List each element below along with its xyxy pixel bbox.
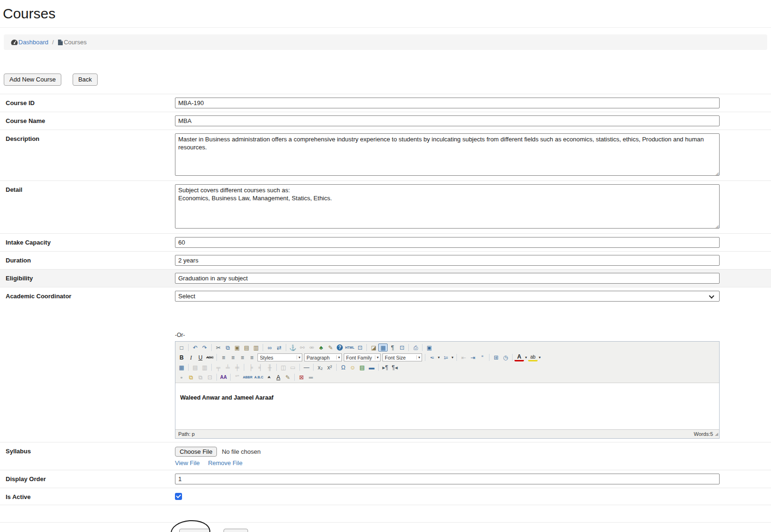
table-row-props-icon[interactable]: ▤ [191, 363, 200, 372]
insert-table-icon[interactable]: ▦ [177, 363, 186, 372]
table-cell-props-icon[interactable]: ▥ [200, 363, 209, 372]
strikethrough-icon[interactable]: ABC [205, 353, 215, 362]
italic-icon[interactable]: I [186, 353, 196, 362]
visual-aid-icon[interactable]: ▦ [378, 344, 388, 352]
abbr-icon[interactable]: ABBR [242, 373, 253, 382]
html-source-icon[interactable]: HTML [344, 344, 355, 352]
code-preview-icon[interactable]: ⊡ [355, 344, 365, 352]
cite-icon[interactable]: “” [232, 373, 242, 382]
find-replace-icon[interactable]: ⇄ [274, 344, 284, 352]
display-order-input[interactable] [175, 474, 720, 484]
absolute-layer-icon[interactable]: ⊡ [205, 373, 215, 382]
merge-cells-icon[interactable]: ▭ [288, 363, 298, 372]
underline-icon[interactable]: U [196, 353, 205, 362]
delete-row-icon[interactable]: ╪ [232, 363, 242, 372]
eligibility-input[interactable] [175, 273, 720, 284]
paste-icon[interactable]: ▣ [232, 344, 242, 352]
bullet-list-icon[interactable]: •≡ [427, 353, 437, 362]
remove-format-icon[interactable]: ◪ [369, 344, 378, 352]
course-id-input[interactable] [175, 98, 720, 108]
editor-content-area[interactable]: Waleed Anwar and Jameel Aaraaf [175, 383, 719, 430]
remove-file-link[interactable]: Remove File [208, 459, 242, 467]
style-props-icon[interactable]: AA [219, 373, 228, 382]
text-color-icon[interactable]: A [514, 354, 524, 361]
text-color-arrow-icon[interactable]: ▾ [524, 353, 528, 362]
insert-layer-icon[interactable]: ▫ [177, 373, 186, 382]
insert-time-icon[interactable]: ◷ [501, 353, 510, 362]
align-right-icon[interactable]: ≡ [238, 353, 247, 362]
link-icon[interactable]: ⚯ [298, 344, 307, 352]
cut-icon[interactable]: ✂ [214, 344, 223, 352]
indent-icon[interactable]: ⇥ [468, 353, 478, 362]
back-button-bottom[interactable]: Back [224, 529, 249, 532]
numbered-list-icon[interactable]: 1≡ [441, 353, 450, 362]
undo-icon[interactable]: ↶ [191, 344, 200, 352]
bold-icon[interactable]: B [177, 353, 186, 362]
paragraph-select[interactable]: Paragraph▾ [304, 353, 342, 361]
is-active-checkbox[interactable] [175, 493, 182, 500]
paste-word-icon[interactable]: ▥ [251, 344, 261, 352]
ltr-icon[interactable]: ▸¶ [381, 363, 390, 372]
help-icon[interactable]: ? [337, 344, 343, 351]
superscript-icon[interactable]: x² [325, 363, 334, 372]
background-color-arrow-icon[interactable]: ▾ [538, 353, 542, 362]
attributes-icon[interactable]: ✎ [283, 373, 292, 382]
bullet-list-arrow-icon[interactable]: ▾ [437, 353, 441, 362]
font-family-select[interactable]: Font Family▾ [344, 353, 381, 361]
font-size-select[interactable]: Font Size▾ [382, 353, 422, 361]
emotions-icon[interactable]: ☺ [348, 363, 357, 372]
cleanup-icon[interactable]: ✎ [326, 344, 335, 352]
insert-col-before-icon[interactable]: ╞ [246, 363, 256, 372]
back-button-top[interactable]: Back [73, 74, 98, 86]
align-center-icon[interactable]: ≡ [228, 353, 238, 362]
insert-row-before-icon[interactable]: ╤ [214, 363, 223, 372]
insert-row-after-icon[interactable]: ╧ [223, 363, 232, 372]
embed-icon[interactable]: ▬ [367, 363, 376, 372]
anchor-icon[interactable]: ⚓ [288, 344, 298, 352]
align-justify-icon[interactable]: ≡ [247, 353, 257, 362]
horizontal-rule-icon[interactable]: — [302, 363, 311, 372]
numbered-list-arrow-icon[interactable]: ▾ [450, 353, 455, 362]
fullscreen-icon[interactable]: ▣ [424, 344, 434, 352]
split-cells-icon[interactable]: ◫ [279, 363, 288, 372]
find-icon[interactable]: ∞ [265, 344, 274, 352]
editor-resize-grip-icon[interactable]: ◢ [715, 432, 718, 436]
background-color-icon[interactable]: ab [528, 354, 538, 361]
special-char-icon[interactable]: Ω [339, 363, 348, 372]
subscript-icon[interactable]: x₂ [315, 363, 325, 372]
view-file-link[interactable]: View File [175, 459, 200, 467]
acronym-icon[interactable]: A.B.C [253, 373, 264, 382]
choose-file-button[interactable]: Choose File [175, 447, 217, 457]
move-forward-icon[interactable]: ⧉ [186, 373, 196, 382]
paste-text-icon[interactable]: ▤ [242, 344, 251, 352]
update-button[interactable]: Update [179, 529, 210, 532]
delete-col-icon[interactable]: ╫ [265, 363, 274, 372]
breadcrumb-dashboard-link[interactable]: Dashboard [11, 39, 49, 46]
academic-coordinator-select[interactable]: Select [175, 291, 720, 302]
blockquote-icon[interactable]: “ [478, 353, 487, 362]
page-break-icon[interactable]: ═ [306, 373, 315, 382]
show-blocks-icon[interactable]: ¶ [388, 344, 397, 352]
duration-input[interactable] [175, 255, 720, 266]
image-icon[interactable]: ♣ [316, 344, 326, 352]
new-document-icon[interactable]: □ [177, 344, 186, 352]
outdent-icon[interactable]: ⇤ [459, 353, 468, 362]
description-textarea[interactable]: Master in Business administration offers… [175, 133, 720, 176]
intake-capacity-input[interactable] [175, 237, 720, 248]
preview-icon[interactable]: ⊡ [397, 344, 406, 352]
detail-textarea[interactable]: Subject covers different courses such as… [175, 184, 720, 229]
move-backward-icon[interactable]: ⧉ [196, 373, 205, 382]
add-new-course-button[interactable]: Add New Course [4, 74, 61, 86]
rtl-icon[interactable]: ¶◂ [390, 363, 399, 372]
print-icon[interactable]: ⎙ [411, 344, 420, 352]
course-name-input[interactable] [175, 115, 720, 126]
media-icon[interactable]: ▤ [357, 363, 367, 372]
ins-icon[interactable]: A [274, 373, 283, 382]
del-icon[interactable]: A [264, 373, 274, 382]
redo-icon[interactable]: ↷ [200, 344, 209, 352]
insert-col-after-icon[interactable]: ╡ [256, 363, 265, 372]
insert-date-icon[interactable]: ⊞ [491, 353, 501, 362]
styles-select[interactable]: Styles▾ [257, 353, 302, 361]
unlink-icon[interactable]: ⚮ [307, 344, 316, 352]
align-left-icon[interactable]: ≡ [219, 353, 228, 362]
